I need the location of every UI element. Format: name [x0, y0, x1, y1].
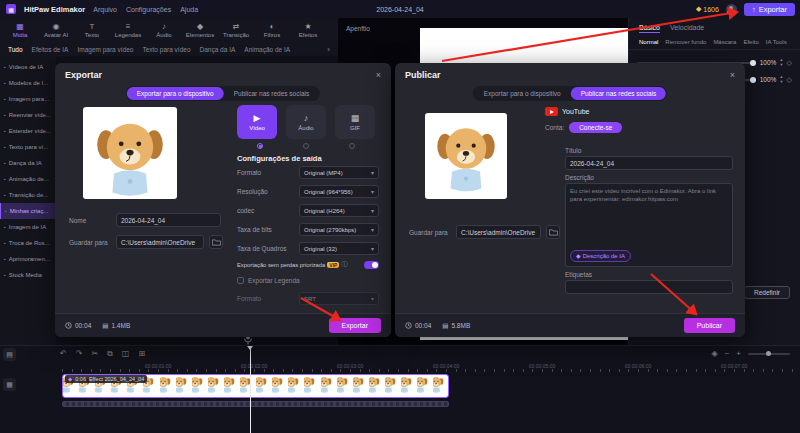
timeline-tool-icon[interactable]: ↷ [76, 349, 83, 359]
info-icon[interactable]: ⓘ [341, 260, 347, 269]
save-path-input[interactable]: C:\Users\admin\OneDrive [116, 235, 204, 249]
toolbar-item[interactable]: T Texto [74, 22, 110, 39]
publish-confirm-button[interactable]: Publicar [684, 318, 735, 333]
inspector-subtab[interactable]: Normal [639, 39, 658, 45]
setting-dropdown[interactable]: Original (MP4) ▾ [299, 166, 379, 179]
inspector-subtab[interactable]: Efeito [743, 39, 758, 45]
value-stepper[interactable]: ▴▾ [780, 58, 782, 67]
stepper-down-icon[interactable]: ▾ [780, 63, 782, 68]
timeline-tool-icon[interactable]: ◫ [122, 349, 130, 359]
sidebar-item[interactable]: ▪ Imagem para... [0, 91, 56, 107]
timeline-zoom-icon[interactable]: ◈ [712, 349, 718, 359]
category-tab[interactable]: Texto para vídeo [142, 46, 190, 53]
toolbar-item[interactable]: ◉ Avatar AI [38, 22, 74, 39]
sidebar-item[interactable]: ▪ Reenviar víde... [0, 107, 56, 123]
sidebar-item[interactable]: ▪ Vídeos de IA [0, 59, 56, 75]
menu-item[interactable]: Arquivo [93, 6, 117, 13]
name-input[interactable]: 2026-04-24_04 [116, 213, 221, 227]
playhead[interactable] [250, 346, 251, 433]
stepper-down-icon[interactable]: ▾ [780, 80, 782, 85]
sidebar-item[interactable]: ▪ Modelos de I... [0, 75, 56, 91]
timeline-zoom-icon[interactable]: − [725, 349, 730, 359]
setting-dropdown[interactable]: Original (H264) ▾ [299, 204, 379, 217]
inspector-subtab[interactable]: IA Tools [766, 39, 787, 45]
tab-export-device[interactable]: Exportar para o dispositivo [474, 87, 571, 100]
tab-publish-social[interactable]: Publicar nas redes sociais [224, 87, 320, 100]
inspector-tab[interactable]: Velocidade [670, 24, 704, 33]
browse-folder-button[interactable] [546, 225, 560, 239]
toolbar-item[interactable]: ≡ Legendas [110, 22, 146, 39]
menu-item[interactable]: Configurações [126, 6, 171, 13]
keyframe-icon[interactable]: ◇ [787, 76, 792, 84]
sidebar-item[interactable]: ▪ Minhas criaç... [0, 203, 56, 219]
video-title-input[interactable]: 2026-04-24_04 [565, 156, 733, 170]
radio-video[interactable] [257, 143, 263, 149]
subtitle-format-dropdown[interactable]: SRT ▾ [299, 292, 379, 305]
category-tab[interactable]: Efeitos de IA [32, 46, 69, 53]
close-icon[interactable]: × [376, 71, 381, 80]
tab-publish-social[interactable]: Publicar nas redes sociais [571, 87, 667, 100]
slider-knob[interactable] [750, 77, 756, 83]
coin-balance[interactable]: ◆1606 [696, 5, 719, 13]
ai-description-button[interactable]: ◆ Descrição de IA [570, 250, 631, 262]
menu-item[interactable]: Ajuda [180, 6, 198, 13]
video-track-header[interactable]: ▦ [3, 378, 16, 391]
timeline-zoom-slider[interactable] [748, 353, 790, 355]
browse-folder-button[interactable] [209, 235, 223, 249]
avatar[interactable] [726, 4, 737, 15]
subtitle-checkbox[interactable] [237, 277, 244, 284]
reset-button[interactable]: Redefinir [744, 286, 790, 299]
sidebar-item[interactable]: ▪ Imagem de IA [0, 219, 56, 235]
category-tab[interactable]: Dança da IA [200, 46, 236, 53]
toolbar-item[interactable]: ▦ Mídia [2, 22, 38, 39]
export-button-titlebar[interactable]: ↑ Exportar [744, 3, 795, 16]
sidebar-item[interactable]: ▪ Texto para ví... [0, 139, 56, 155]
inspector-subtab[interactable]: Máscara [713, 39, 736, 45]
sidebar-item[interactable]: ▪ Transição de... [0, 187, 56, 203]
inspector-subtab[interactable]: Remover fundo [665, 39, 706, 45]
setting-dropdown[interactable]: Original (964*956) ▾ [299, 185, 379, 198]
value-stepper[interactable]: ▴▾ [780, 75, 782, 84]
toolbar-item[interactable]: ♪ Áudio [146, 22, 182, 39]
platform-row[interactable]: YouTube [545, 107, 590, 116]
sidebar-item[interactable]: ▪ Troca de Ros... [0, 235, 56, 251]
toolbar-item[interactable]: ◆ Elementos [182, 22, 218, 39]
effect-strip[interactable] [62, 401, 449, 407]
export-confirm-button[interactable]: Exportar [329, 318, 381, 333]
setting-dropdown[interactable]: Original (2790kbps) ▾ [299, 223, 379, 236]
sidebar-item[interactable]: ▪ Dança da IA [0, 155, 56, 171]
toolbar-item[interactable]: ◐ Filtros [254, 22, 290, 39]
description-textarea[interactable]: Eu criei este vídeo incrível com o Edima… [565, 183, 733, 267]
chevron-right-icon[interactable]: › [327, 45, 330, 54]
timeline-tool-icon[interactable]: ⊞ [138, 349, 145, 359]
category-tab[interactable]: Tudo [8, 46, 23, 53]
slider-knob[interactable] [750, 60, 756, 66]
timeline-tool-icon[interactable]: ↶ [60, 349, 67, 359]
keyframe-icon[interactable]: ◇ [787, 59, 792, 67]
timeline-tool-icon[interactable]: ⧉ [107, 349, 113, 359]
tab-export-device[interactable]: Exportar para o dispositivo [127, 87, 224, 100]
close-icon[interactable]: × [730, 71, 735, 80]
toolbar-item[interactable]: ★ Efeitos [290, 22, 326, 39]
category-tab[interactable]: Imagem para vídeo [77, 46, 133, 53]
lossless-toggle[interactable] [364, 261, 379, 269]
save-path-input[interactable]: C:\Users\admin\OneDrive [456, 225, 541, 239]
radio-gif[interactable] [349, 143, 355, 149]
timeline-ruler[interactable]: 00:00:01:0000:00:02:0000:00:03:0000:00:0… [56, 362, 800, 373]
sidebar-item[interactable]: ▪ Aprimoramen... [0, 251, 56, 267]
radio-audio[interactable] [303, 143, 309, 149]
sidebar-item[interactable]: ▪ Stock Media [0, 267, 56, 283]
format-card[interactable]: ▶ Vídeo [237, 105, 277, 139]
connect-button[interactable]: Conecte-se [569, 122, 622, 133]
setting-dropdown[interactable]: Original (32) ▾ [299, 242, 379, 255]
format-card[interactable]: ▦ GIF [335, 105, 375, 139]
sidebar-item[interactable]: ▪ Estender víde... [0, 123, 56, 139]
tags-input[interactable] [565, 280, 733, 294]
inspector-tab[interactable]: Básico [639, 24, 660, 33]
timeline-zoom-icon[interactable]: + [736, 349, 741, 359]
timeline-tool-icon[interactable]: ✂ [91, 349, 98, 359]
format-card[interactable]: ♪ Áudio [286, 105, 326, 139]
category-tab[interactable]: Animação de IA [244, 46, 290, 53]
toolbar-item[interactable]: ⇄ Transição [218, 22, 254, 39]
sidebar-item[interactable]: ▪ Animação de... [0, 171, 56, 187]
